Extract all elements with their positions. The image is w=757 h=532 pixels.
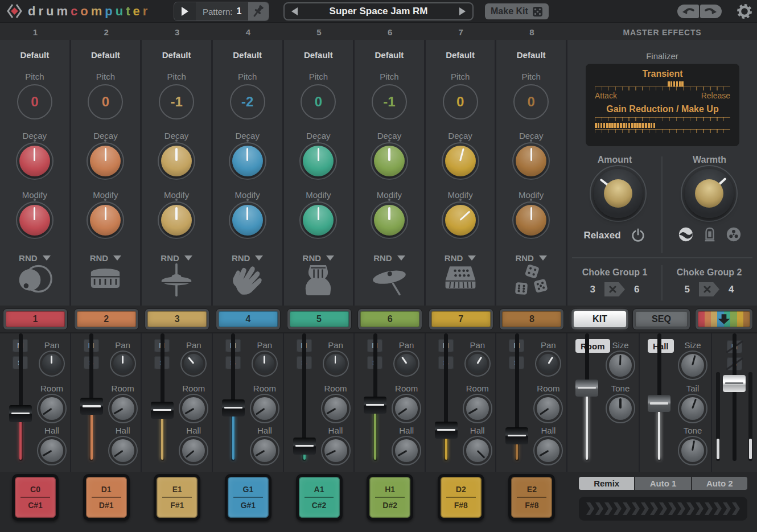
- compressor-icon[interactable]: [678, 226, 694, 242]
- room-level-fader[interactable]: [574, 333, 599, 461]
- volume-fader[interactable]: [292, 333, 317, 461]
- hi-hat-icon[interactable]: [142, 263, 211, 297]
- modify-knob[interactable]: [232, 205, 263, 236]
- all-channels-tab[interactable]: [696, 309, 752, 329]
- randomize-menu[interactable]: RND: [71, 253, 141, 263]
- volume-fader[interactable]: [8, 333, 33, 461]
- pitch-control[interactable]: 0: [301, 84, 336, 119]
- room-send-knob[interactable]: [112, 397, 134, 420]
- kick-drum-icon[interactable]: [0, 263, 69, 296]
- finalizer-mode-value[interactable]: Relaxed: [583, 230, 620, 241]
- engine-preset-name[interactable]: Default: [426, 50, 495, 60]
- modify-knob[interactable]: [19, 205, 50, 236]
- hall-send-knob[interactable]: [395, 439, 418, 462]
- channel-tab[interactable]: 8: [500, 309, 563, 329]
- decay-knob[interactable]: [445, 146, 476, 176]
- pan-knob[interactable]: [326, 354, 345, 373]
- channel-tab[interactable]: 1: [3, 309, 67, 329]
- tube-icon[interactable]: [703, 226, 717, 242]
- choke2-clear-button[interactable]: [699, 282, 719, 296]
- randomize-menu[interactable]: RND: [0, 253, 69, 263]
- conga-drum-icon[interactable]: [284, 263, 353, 297]
- pitch-control[interactable]: 0: [17, 84, 52, 119]
- power-icon[interactable]: [630, 228, 646, 244]
- modify-knob[interactable]: [303, 205, 334, 236]
- randomize-menu[interactable]: RND: [284, 253, 353, 263]
- pan-knob[interactable]: [42, 354, 61, 373]
- volume-fader[interactable]: [434, 333, 459, 461]
- ride-cymbal-icon[interactable]: [355, 263, 424, 296]
- trigger-pad[interactable]: E1 F#1: [154, 474, 200, 521]
- choke1-clear-button[interactable]: [604, 282, 625, 296]
- pitch-control[interactable]: -2: [230, 84, 265, 119]
- hall-send-knob[interactable]: [466, 439, 489, 462]
- decay-knob[interactable]: [90, 146, 121, 176]
- trigger-pad[interactable]: C0 C#1: [12, 474, 59, 521]
- trigger-pad[interactable]: E2 F#8: [508, 474, 555, 521]
- modify-knob[interactable]: [161, 205, 192, 236]
- preset-prev-icon[interactable]: [291, 7, 298, 15]
- pan-knob[interactable]: [113, 354, 133, 373]
- randomize-menu[interactable]: RND: [142, 253, 211, 263]
- kit-tab[interactable]: KIT: [571, 309, 628, 329]
- room-size-knob[interactable]: [609, 354, 632, 377]
- make-kit-button[interactable]: Make Kit: [485, 3, 549, 19]
- play-button[interactable]: [174, 2, 196, 20]
- choke2-from[interactable]: 5: [685, 284, 690, 295]
- decay-knob[interactable]: [161, 146, 192, 176]
- room-send-knob[interactable]: [324, 397, 347, 420]
- hall-size-knob[interactable]: [681, 354, 704, 377]
- room-send-knob[interactable]: [395, 397, 418, 420]
- volume-fader[interactable]: [79, 333, 104, 461]
- hall-send-knob[interactable]: [40, 439, 63, 462]
- pan-knob[interactable]: [468, 354, 487, 373]
- engine-preset-name[interactable]: Default: [71, 50, 141, 60]
- channel-tab[interactable]: 2: [75, 309, 138, 329]
- trigger-pad[interactable]: D1 D#1: [83, 474, 130, 521]
- hall-level-fader[interactable]: [647, 333, 672, 461]
- room-send-knob[interactable]: [466, 397, 489, 420]
- trigger-pad[interactable]: D2 F#8: [438, 474, 484, 521]
- trigger-pad[interactable]: G1 G#1: [225, 474, 271, 521]
- master-volume-fader[interactable]: [722, 333, 747, 461]
- pan-knob[interactable]: [255, 354, 274, 373]
- engine-preset-name[interactable]: Default: [142, 50, 211, 60]
- pitch-control[interactable]: 0: [88, 84, 123, 119]
- amount-knob[interactable]: [594, 169, 643, 218]
- volume-fader[interactable]: [150, 333, 175, 461]
- trigger-pad[interactable]: H1 D#2: [367, 474, 413, 521]
- engine-preset-name[interactable]: Default: [284, 50, 353, 60]
- hall-tone-knob[interactable]: [681, 439, 704, 462]
- synth-keyboard-icon[interactable]: [426, 263, 495, 294]
- pitch-control[interactable]: 0: [443, 84, 478, 119]
- room-send-knob[interactable]: [253, 397, 276, 420]
- room-tone-knob[interactable]: [609, 397, 632, 420]
- randomize-menu[interactable]: RND: [355, 253, 424, 263]
- choke1-to[interactable]: 6: [634, 284, 639, 295]
- hall-send-knob[interactable]: [253, 439, 276, 462]
- modify-knob[interactable]: [445, 205, 476, 236]
- randomize-menu[interactable]: RND: [213, 253, 282, 263]
- pan-knob[interactable]: [397, 354, 416, 373]
- pattern-display[interactable]: Pattern: 1: [196, 2, 248, 20]
- warmth-knob[interactable]: [685, 169, 734, 218]
- tape-reel-icon[interactable]: [726, 226, 742, 242]
- pitch-control[interactable]: -1: [159, 84, 194, 119]
- modify-knob[interactable]: [374, 205, 405, 236]
- room-send-knob[interactable]: [40, 397, 63, 420]
- decay-knob[interactable]: [232, 146, 263, 176]
- room-send-knob[interactable]: [537, 397, 559, 420]
- hall-send-knob[interactable]: [537, 439, 559, 462]
- settings-button[interactable]: [736, 3, 753, 20]
- decay-knob[interactable]: [19, 146, 50, 176]
- randomize-menu[interactable]: RND: [496, 253, 566, 263]
- auto2-button[interactable]: Auto 2: [691, 477, 747, 490]
- volume-fader[interactable]: [504, 333, 529, 461]
- preset-next-icon[interactable]: [459, 7, 466, 15]
- engine-preset-name[interactable]: Default: [0, 50, 69, 60]
- pan-knob[interactable]: [184, 354, 203, 373]
- modify-knob[interactable]: [90, 205, 121, 236]
- choke2-to[interactable]: 4: [729, 284, 734, 295]
- engine-preset-name[interactable]: Default: [213, 50, 282, 60]
- modify-knob[interactable]: [516, 205, 546, 236]
